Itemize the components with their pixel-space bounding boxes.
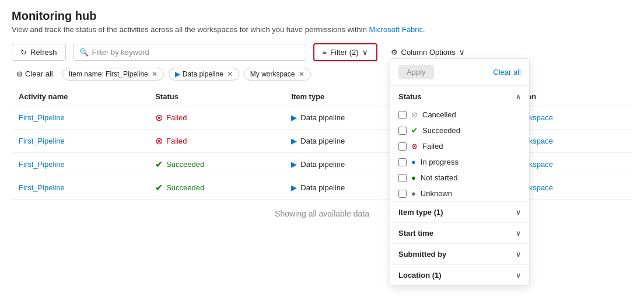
filter-option-inprogress[interactable]: ● In progress	[390, 154, 529, 170]
chevron-up-icon	[516, 92, 521, 101]
cancelled-icon: ⊘	[411, 110, 418, 119]
table-header-row: Activity name Status Item type Start Loc…	[12, 88, 632, 106]
inprogress-checkbox[interactable]	[398, 158, 407, 166]
activity-table: Activity name Status Item type Start Loc…	[12, 88, 632, 228]
status-section-label: Status	[398, 92, 422, 101]
failed-icon: ⊗	[155, 135, 163, 146]
status-cell: ⊗ Failed	[148, 106, 284, 130]
filter-option-unknown[interactable]: ● Unknown	[390, 186, 529, 201]
item-type-label: Data pipeline	[300, 137, 345, 145]
chevron-down-icon: ∨	[459, 48, 465, 57]
start-time-section-label: Start time	[398, 229, 433, 238]
showing-all-label: Showing all available data	[12, 200, 632, 228]
status-label: Succeeded	[166, 183, 204, 192]
col-activity-name: Activity name	[12, 88, 148, 106]
apply-button[interactable]: Apply	[398, 65, 434, 79]
table-row: First_Pipeline ✔ Succeeded ▶ Data pipeli…	[12, 176, 632, 200]
succeeded-icon: ✔	[155, 159, 163, 170]
chevron-down-icon	[516, 229, 521, 238]
filter-button[interactable]: ≡ Filter (2) ∨	[313, 43, 377, 61]
filter-tag-label: My workspace	[250, 70, 295, 78]
chevron-down-icon	[516, 208, 521, 217]
filter-option-failed[interactable]: ⊗ Failed	[390, 138, 529, 154]
item-type-label: Data pipeline	[300, 113, 345, 122]
filter-clear-all-button[interactable]: Clear all	[493, 68, 521, 76]
pipeline-type-icon: ▶	[291, 137, 297, 145]
pipeline-type-icon: ▶	[291, 113, 297, 122]
filter-panel: Apply Clear all Status ⊘ Cancelled ✔ Suc…	[390, 58, 530, 286]
unknown-label: Unknown	[421, 189, 452, 198]
cancelled-label: Cancelled	[422, 110, 456, 119]
filter-option-succeeded[interactable]: ✔ Succeeded	[390, 123, 529, 138]
inprogress-icon: ●	[411, 158, 416, 166]
failed-status-icon: ⊗	[411, 142, 418, 151]
fabric-link[interactable]: Microsoft Fabric	[369, 25, 423, 34]
search-icon: 🔍	[79, 48, 89, 57]
page-title: Monitoring hub	[12, 9, 632, 23]
refresh-icon: ↻	[20, 48, 27, 57]
item-type-section-header[interactable]: Item type (1)	[390, 201, 529, 222]
active-filters: ⊖ Clear all Item name: First_Pipeline ✕ …	[12, 67, 632, 81]
failed-checkbox[interactable]	[398, 142, 407, 151]
failed-icon: ⊗	[155, 112, 163, 123]
notstarted-icon: ●	[411, 173, 416, 182]
toolbar: ↻ Refresh 🔍 Filter by keyword ≡ Filter (…	[12, 43, 632, 61]
inprogress-label: In progress	[421, 158, 459, 166]
clear-filters-icon: ⊖	[16, 69, 23, 78]
failed-label: Failed	[422, 142, 443, 151]
unknown-icon: ●	[411, 189, 416, 198]
filter-section-location: Location (1)	[390, 264, 529, 285]
notstarted-label: Not started	[421, 173, 458, 182]
remove-tag-button[interactable]: ✕	[152, 70, 158, 78]
location-section-label: Location (1)	[398, 271, 442, 280]
table-row: First_Pipeline ⊗ Failed ▶ Data pipeline	[12, 106, 632, 130]
item-type-label: Data pipeline	[300, 183, 345, 192]
refresh-button[interactable]: ↻ Refresh	[12, 44, 66, 61]
activity-name: First_Pipeline	[12, 106, 148, 130]
filter-option-cancelled[interactable]: ⊘ Cancelled	[390, 107, 529, 123]
filter-panel-header: Apply Clear all	[390, 59, 529, 86]
pipeline-type-icon: ▶	[291, 160, 297, 169]
status-label: Failed	[166, 137, 187, 145]
remove-tag-button[interactable]: ✕	[227, 70, 233, 78]
succeeded-icon: ✔	[155, 182, 163, 193]
succeeded-label: Succeeded	[422, 126, 460, 135]
status-label: Succeeded	[166, 160, 204, 169]
location-section-header[interactable]: Location (1)	[390, 264, 529, 285]
clear-all-button[interactable]: ⊖ Clear all	[12, 67, 58, 81]
search-box: 🔍 Filter by keyword	[73, 44, 306, 61]
filter-section-status: Status ⊘ Cancelled ✔ Succeeded ⊗ Failed …	[390, 86, 529, 201]
filter-section-submitted-by: Submitted by	[390, 243, 529, 264]
item-type-section-label: Item type (1)	[398, 208, 443, 217]
page-subtitle: View and track the status of the activit…	[12, 25, 632, 34]
table-row: First_Pipeline ⊗ Failed ▶ Data pipeline	[12, 130, 632, 153]
filter-option-notstarted[interactable]: ● Not started	[390, 170, 529, 186]
chevron-down-icon	[516, 271, 521, 280]
unknown-checkbox[interactable]	[398, 190, 407, 198]
filter-tag-label: Data pipeline	[183, 70, 223, 78]
filter-tag-item-name: Item name: First_Pipeline ✕	[62, 68, 164, 81]
status-cell: ✔ Succeeded	[148, 153, 284, 176]
status-section-header[interactable]: Status	[390, 86, 529, 107]
status-label: Failed	[166, 113, 187, 122]
activity-name: First_Pipeline	[12, 153, 148, 176]
remove-tag-button[interactable]: ✕	[299, 70, 304, 78]
filter-tag-workspace: My workspace ✕	[244, 68, 311, 81]
notstarted-checkbox[interactable]	[398, 174, 407, 182]
chevron-down-icon	[516, 250, 521, 259]
filter-section-item-type: Item type (1)	[390, 201, 529, 222]
start-time-section-header[interactable]: Start time	[390, 222, 529, 243]
cancelled-checkbox[interactable]	[398, 111, 407, 119]
submitted-by-section-header[interactable]: Submitted by	[390, 243, 529, 264]
table-row: First_Pipeline ✔ Succeeded ▶ Data pipeli…	[12, 153, 632, 176]
status-cell: ⊗ Failed	[148, 130, 284, 153]
status-cell: ✔ Succeeded	[148, 176, 284, 200]
filter-tag-label: Item name: First_Pipeline	[69, 70, 148, 78]
pipeline-icon-small: ▶	[175, 70, 180, 78]
filter-icon: ≡	[323, 48, 327, 57]
filter-tag-data-pipeline: ▶ Data pipeline ✕	[169, 68, 239, 81]
col-status: Status	[148, 88, 284, 106]
succeeded-status-icon: ✔	[411, 126, 418, 135]
search-placeholder: Filter by keyword	[92, 48, 149, 57]
succeeded-checkbox[interactable]	[398, 127, 407, 135]
